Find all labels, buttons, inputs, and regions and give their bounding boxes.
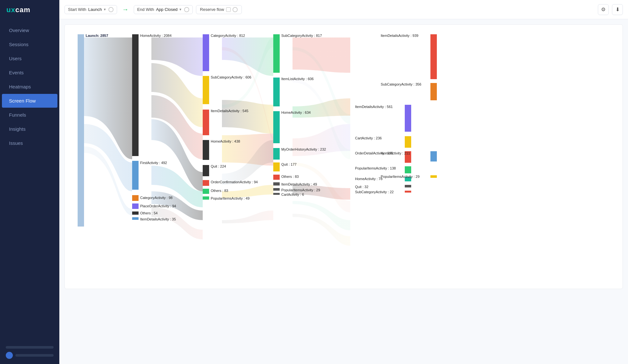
logo-area: uxcam bbox=[0, 0, 59, 20]
node-itemdet49 bbox=[273, 182, 280, 186]
label-homeact211: HomeActivity : 211 bbox=[381, 151, 410, 155]
node-popitems49 bbox=[203, 196, 209, 200]
node-subcatact817 bbox=[273, 34, 280, 73]
node-place94 bbox=[132, 203, 139, 209]
end-with-circle bbox=[184, 7, 189, 12]
node-cat812 bbox=[203, 34, 209, 71]
label-others54: Others : 54 bbox=[140, 211, 157, 215]
node-home1 bbox=[132, 34, 139, 156]
main-content: Start With Launch ▼ → End With App Close… bbox=[59, 0, 628, 364]
end-with-value: App Closed bbox=[156, 7, 177, 12]
label-cartact236: CartActivity : 236 bbox=[355, 136, 382, 140]
sankey-container[interactable]: Launch: 2857 HomeActivity : 2084 FirstAc… bbox=[59, 19, 628, 364]
start-with-arrow-icon: ▼ bbox=[103, 8, 106, 11]
node-itemdet561 bbox=[405, 105, 411, 132]
download-icon: ⬇ bbox=[615, 6, 620, 12]
node-quit177 bbox=[273, 162, 280, 171]
reserve-flow-button[interactable]: Reserve flow bbox=[196, 5, 242, 14]
label-cat98: CategoryActivity : 98 bbox=[140, 196, 173, 200]
node-quit224 bbox=[203, 165, 209, 176]
label-orderconf94: OrderConfirmationActivity : 94 bbox=[211, 180, 258, 184]
label-itemdet49: ItemDetailsActivity : 49 bbox=[281, 182, 317, 186]
label-cartact6: CartActivity : 6 bbox=[281, 193, 304, 196]
node-launch bbox=[78, 34, 84, 227]
reserve-checkbox[interactable] bbox=[226, 7, 231, 12]
sidebar-item-sessions[interactable]: Sessions bbox=[2, 37, 57, 51]
label-subcatact817: SubCategoryActivity : 817 bbox=[281, 34, 322, 37]
label-subcat22: SubCategoryActivity : 22 bbox=[355, 190, 394, 194]
flow-arrow-icon: → bbox=[122, 6, 129, 13]
sidebar-item-funnels[interactable]: Funnels bbox=[2, 108, 57, 122]
end-with-group: End With App Closed ▼ bbox=[134, 5, 193, 14]
start-with-value: Launch bbox=[88, 7, 102, 12]
sidebar-item-users[interactable]: Users bbox=[2, 52, 57, 65]
node-item35 bbox=[132, 217, 139, 220]
node-myorder232 bbox=[273, 148, 280, 160]
label-homeact438: HomeActivity : 438 bbox=[211, 139, 240, 143]
label-itemlist606: ItemListActivity : 606 bbox=[281, 77, 314, 81]
node-popitems29 bbox=[273, 188, 280, 191]
node-homeact438 bbox=[203, 140, 209, 160]
start-with-circle bbox=[108, 7, 114, 12]
start-with-select[interactable]: Launch ▼ bbox=[88, 7, 106, 12]
label-popitems29b: PopularItemsActivity : 29 bbox=[381, 175, 420, 178]
flow-cross5 bbox=[293, 214, 350, 246]
node-itemdet545 bbox=[203, 110, 209, 135]
sidebar-item-screenflow[interactable]: Screen Flow bbox=[2, 94, 57, 108]
sidebar-item-events[interactable]: Events bbox=[2, 66, 57, 79]
node-cartact236 bbox=[405, 136, 411, 148]
label-item35: ItemDetailsActivity : 35 bbox=[140, 217, 176, 221]
label-subcat356: SubCategoryActivity : 356 bbox=[381, 82, 421, 86]
start-with-label: Start With bbox=[68, 7, 86, 12]
sidebar-item-issues[interactable]: Issues bbox=[2, 136, 57, 150]
node-others54 bbox=[132, 211, 139, 215]
start-with-group: Start With Launch ▼ bbox=[64, 5, 117, 14]
label-first: FirstActivity : 492 bbox=[140, 161, 167, 165]
sidebar-progress-bar bbox=[6, 346, 54, 349]
sidebar-user-bar bbox=[15, 354, 54, 357]
node-subcat22 bbox=[405, 191, 411, 193]
label-quit177: Quit : 177 bbox=[281, 162, 297, 166]
node-popitems138 bbox=[405, 166, 411, 173]
label-homeact78: HomeActivity : 78 bbox=[355, 177, 383, 181]
node-cat98 bbox=[132, 195, 139, 201]
sidebar-nav: Overview Sessions Users Events Heatmaps … bbox=[0, 23, 59, 150]
node-cartact6 bbox=[273, 193, 280, 195]
node-homeact634 bbox=[273, 111, 280, 143]
label-place94: PlaceOrderActivity : 94 bbox=[140, 204, 176, 208]
node-subcat606 bbox=[203, 76, 209, 104]
reserve-circle bbox=[233, 7, 238, 12]
node-others83c bbox=[273, 175, 280, 180]
node-quit32 bbox=[405, 185, 411, 187]
label-popitems49: PopularItemsActivity : 49 bbox=[211, 196, 250, 200]
end-with-arrow-icon: ▼ bbox=[179, 8, 182, 11]
node-itemdetact939 bbox=[430, 34, 437, 79]
label-others83b: Others : 83 bbox=[211, 189, 228, 193]
sidebar-avatar bbox=[6, 352, 13, 359]
sidebar-bottom bbox=[0, 341, 59, 364]
end-with-label: End With bbox=[137, 7, 154, 12]
node-itemlist606 bbox=[273, 78, 280, 106]
label-home1: HomeActivity : 2084 bbox=[140, 34, 172, 37]
settings-button[interactable]: ⚙ bbox=[598, 4, 609, 15]
label-itemdet545: ItemDetailsActivity : 545 bbox=[211, 109, 248, 113]
sidebar-item-heatmaps[interactable]: Heatmaps bbox=[2, 80, 57, 94]
sidebar: uxcam Overview Sessions Users Events Hea… bbox=[0, 0, 59, 364]
sidebar-item-insights[interactable]: Insights bbox=[2, 122, 57, 136]
node-subcat356 bbox=[430, 83, 437, 100]
end-with-select[interactable]: App Closed ▼ bbox=[156, 7, 182, 12]
sankey-svg: Launch: 2857 HomeActivity : 2084 FirstAc… bbox=[68, 28, 446, 284]
logo: uxcam bbox=[6, 6, 53, 14]
label-launch: Launch: 2857 bbox=[86, 34, 108, 37]
flow-quit-quit3 bbox=[222, 185, 273, 198]
sidebar-item-overview[interactable]: Overview bbox=[2, 23, 57, 37]
label-quit224: Quit : 224 bbox=[211, 164, 226, 168]
label-subcat606: SubCategoryActivity : 606 bbox=[211, 75, 251, 79]
node-first bbox=[132, 161, 139, 190]
settings-icon: ⚙ bbox=[601, 6, 606, 12]
download-button[interactable]: ⬇ bbox=[612, 4, 623, 15]
reserve-flow-label: Reserve flow bbox=[200, 7, 224, 12]
label-myorder232: MyOrderHistoryActivity : 232 bbox=[281, 147, 326, 151]
flow-cat-subcat bbox=[222, 37, 273, 76]
node-homeact211 bbox=[430, 151, 437, 161]
